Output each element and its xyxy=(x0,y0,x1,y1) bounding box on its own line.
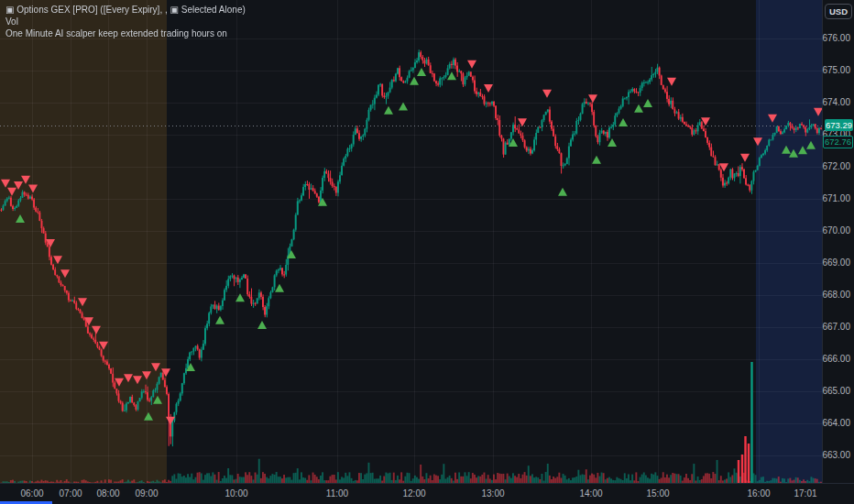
price-tick-label: 670.00 xyxy=(822,225,850,236)
time-tick-label: 09:00 xyxy=(135,488,158,499)
time-tick-label: 13:00 xyxy=(481,488,504,499)
price-tick-label: 668.00 xyxy=(822,290,850,300)
last-price-badge: 673.29 xyxy=(825,119,853,131)
time-tick-label: 10:00 xyxy=(224,488,247,499)
price-tick-label: 671.00 xyxy=(822,193,850,203)
price-axis[interactable]: 676.00675.00674.00673.00672.00671.00670.… xyxy=(822,0,854,484)
price-tick-label: 667.00 xyxy=(822,322,850,332)
close-price-badge: 672.76 xyxy=(823,136,853,148)
price-tick-label: 665.00 xyxy=(822,386,850,396)
time-tick-label: 14:00 xyxy=(579,488,602,499)
time-tick-label: 17:01 xyxy=(794,488,816,499)
price-tick-label: 664.00 xyxy=(822,418,850,428)
price-tick-label: 675.00 xyxy=(822,65,850,75)
time-tick-label: 11:00 xyxy=(326,488,348,499)
price-tick-label: 663.00 xyxy=(822,450,850,460)
legend-indicator-row[interactable]: One Minute AI scalper keep extended trad… xyxy=(5,27,246,39)
time-tick-label: 08:00 xyxy=(96,488,119,499)
time-tick-label: 06:00 xyxy=(20,488,43,499)
chart-legend: ▣ Options GEX [PRO] ([Every Expiry], , ▣… xyxy=(5,4,246,39)
time-tick-label: 15:00 xyxy=(646,488,669,499)
candlestick-chart[interactable] xyxy=(0,0,854,504)
price-tick-label: 669.00 xyxy=(822,257,850,268)
legend-volume-row[interactable]: Vol xyxy=(5,16,246,27)
legend-symbol-row[interactable]: ▣ Options GEX [PRO] ([Every Expiry], , ▣… xyxy=(5,4,246,16)
price-tick-label: 672.00 xyxy=(822,161,850,171)
time-tick-label: 16:00 xyxy=(747,488,770,499)
price-tick-label: 676.00 xyxy=(822,33,850,43)
time-axis[interactable]: 06:0007:0008:0009:0010:0011:0012:0013:00… xyxy=(0,483,854,504)
time-tick-label: 07:00 xyxy=(59,488,82,499)
currency-button[interactable]: USD xyxy=(825,4,852,19)
price-tick-label: 674.00 xyxy=(822,97,850,107)
price-tick-label: 666.00 xyxy=(822,354,850,364)
time-tick-label: 12:00 xyxy=(402,488,425,499)
